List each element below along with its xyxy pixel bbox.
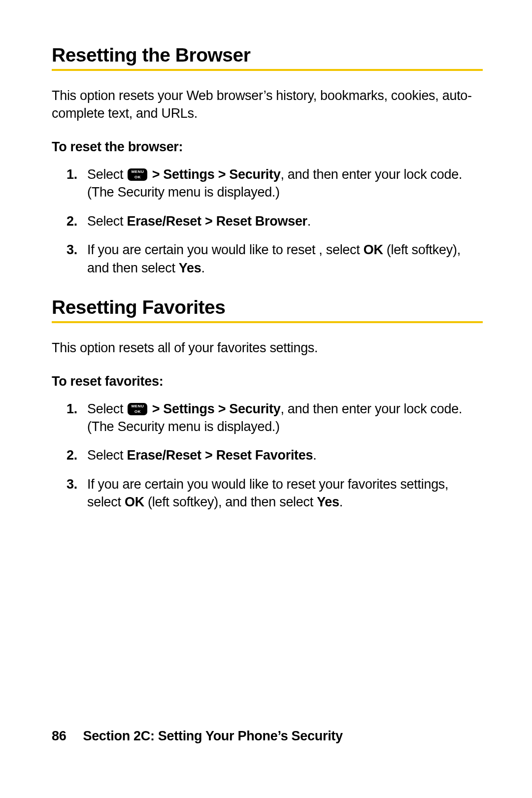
yes-label: Yes	[317, 495, 339, 509]
step-text: Select	[87, 401, 127, 416]
footer-title: Section 2C: Setting Your Phone’s Securit…	[83, 729, 342, 743]
step-text: .	[313, 448, 316, 463]
step-text: (left softkey), and then select	[144, 495, 317, 509]
step-text: Select	[87, 214, 127, 229]
step-text: .	[201, 261, 205, 275]
subhead-reset-browser: To reset the browser:	[52, 139, 483, 155]
section-resetting-favorites: Resetting Favorites This option resets a…	[52, 297, 483, 511]
step-text: If you are certain you would like to res…	[87, 242, 364, 257]
yes-label: Yes	[179, 261, 201, 275]
manual-page: Resetting the Browser This option resets…	[0, 0, 532, 511]
step-text: .	[339, 495, 343, 509]
steps-reset-browser: Select MENUOK > Settings > Security, and…	[66, 166, 483, 277]
heading-resetting-browser: Resetting the Browser	[52, 44, 483, 71]
step-item: Select Erase/Reset > Reset Browser.	[66, 212, 483, 230]
step-item: Select MENUOK > Settings > Security, and…	[66, 400, 483, 436]
nav-path: > Settings > Security	[148, 167, 280, 182]
nav-path: Erase/Reset > Reset Favorites	[127, 448, 313, 463]
step-text: .	[307, 214, 311, 229]
menu-ok-key-icon: MENUOK	[128, 168, 147, 181]
step-text: Select	[87, 167, 127, 182]
nav-path: Erase/Reset > Reset Browser	[127, 214, 307, 229]
page-number: 86	[52, 729, 66, 743]
step-item: Select MENUOK > Settings > Security, and…	[66, 166, 483, 201]
ok-label: OK	[125, 495, 144, 509]
ok-label: OK	[364, 242, 383, 257]
intro-paragraph: This option resets all of your favorites…	[52, 339, 483, 357]
step-text: Select	[87, 448, 127, 463]
step-item: Select Erase/Reset > Reset Favorites.	[66, 446, 483, 464]
steps-reset-favorites: Select MENUOK > Settings > Security, and…	[66, 400, 483, 511]
step-item: If you are certain you would like to res…	[66, 475, 483, 511]
intro-paragraph: This option resets your Web browser’s hi…	[52, 87, 483, 123]
heading-resetting-favorites: Resetting Favorites	[52, 297, 483, 323]
subhead-reset-favorites: To reset favorites:	[52, 374, 483, 389]
nav-path: > Settings > Security	[148, 401, 280, 416]
menu-ok-key-icon: MENUOK	[128, 403, 147, 415]
step-item: If you are certain you would like to res…	[66, 241, 483, 277]
page-footer: 86Section 2C: Setting Your Phone’s Secur…	[52, 729, 343, 744]
